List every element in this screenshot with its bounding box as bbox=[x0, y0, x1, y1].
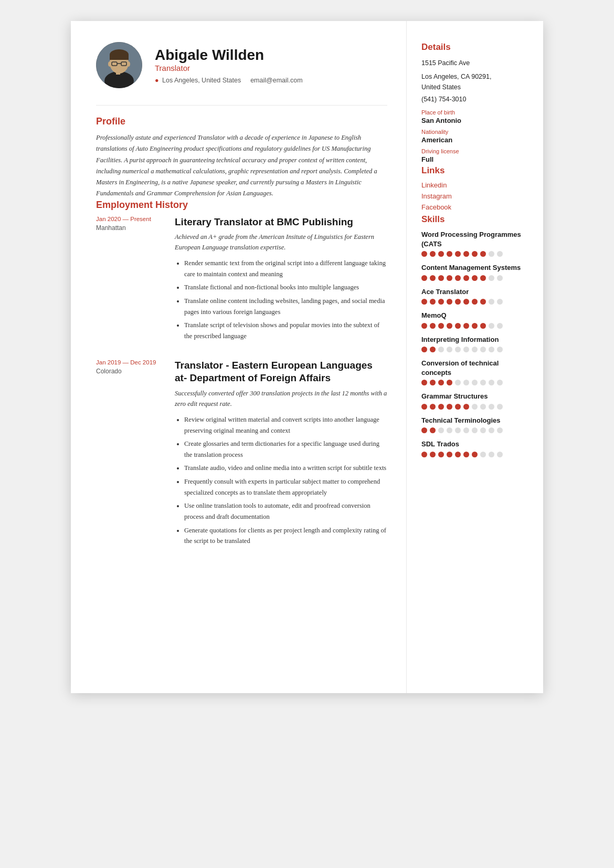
nationality-value: American bbox=[421, 136, 528, 144]
dot-filled bbox=[438, 251, 444, 257]
dot-filled bbox=[472, 299, 478, 305]
bullet-item: Translate fictional and non-fictional bo… bbox=[184, 282, 387, 293]
skill-item-7: Technical Terminologies bbox=[421, 416, 528, 434]
header-divider bbox=[96, 105, 387, 106]
bullet-item: Translate audio, video and online media … bbox=[184, 463, 387, 474]
dot-empty bbox=[472, 347, 478, 352]
dot-empty bbox=[497, 251, 503, 257]
skills-list: Word Processing Programmes (CATSContent … bbox=[421, 230, 528, 457]
dot-filled bbox=[421, 299, 427, 305]
dot-empty bbox=[472, 404, 478, 410]
dot-filled bbox=[438, 380, 444, 385]
employment-entry-2: Jan 2019 — Dec 2019 Colorado Translator … bbox=[96, 359, 387, 549]
employment-dates-2: Jan 2019 — Dec 2019 bbox=[96, 359, 164, 365]
link-instagram[interactable]: Instagram bbox=[421, 192, 528, 200]
dot-filled bbox=[447, 380, 452, 385]
svg-point-10 bbox=[127, 61, 130, 67]
dot-empty bbox=[480, 380, 486, 385]
skill-name-1: Content Management Systems bbox=[421, 263, 528, 273]
dot-empty bbox=[489, 275, 494, 281]
skill-dots-1 bbox=[421, 275, 528, 281]
employment-meta-1: Jan 2020 — Present Manhattan bbox=[96, 216, 164, 344]
dot-empty bbox=[497, 404, 503, 410]
skill-item-5: Conversion of technical concepts bbox=[421, 359, 528, 385]
driving-license-label: Driving license bbox=[421, 148, 528, 154]
dot-filled bbox=[421, 404, 427, 410]
dot-empty bbox=[438, 427, 444, 433]
dot-filled bbox=[421, 427, 427, 433]
bullet-item: Generate quotations for clients as per p… bbox=[184, 525, 387, 547]
dot-filled bbox=[480, 323, 486, 329]
employment-location-2: Colorado bbox=[96, 368, 164, 375]
bullet-item: Frequently consult with experts in parti… bbox=[184, 476, 387, 498]
dot-filled bbox=[421, 275, 427, 281]
dot-empty bbox=[489, 251, 494, 257]
dot-filled bbox=[430, 275, 436, 281]
dot-filled bbox=[463, 452, 469, 457]
dot-empty bbox=[463, 347, 469, 352]
place-of-birth-value: San Antonio bbox=[421, 117, 528, 124]
dot-filled bbox=[447, 275, 452, 281]
skill-name-0: Word Processing Programmes (CATS bbox=[421, 230, 528, 248]
dot-empty bbox=[497, 427, 503, 433]
dot-filled bbox=[463, 275, 469, 281]
dot-filled bbox=[480, 299, 486, 305]
dot-filled bbox=[447, 323, 452, 329]
bullet-item: Translate script of television shows and… bbox=[184, 320, 387, 341]
employment-content-2: Translator - Eastern European Languages … bbox=[175, 359, 387, 549]
dot-empty bbox=[438, 347, 444, 352]
dot-filled bbox=[463, 251, 469, 257]
dot-empty bbox=[472, 380, 478, 385]
bullet-item: Use online translation tools to automate… bbox=[184, 500, 387, 522]
skill-item-2: Ace Translator bbox=[421, 287, 528, 305]
dot-empty bbox=[489, 380, 494, 385]
skill-dots-2 bbox=[421, 299, 528, 305]
dot-filled bbox=[480, 275, 486, 281]
bullet-item: Review original written material and con… bbox=[184, 414, 387, 436]
dot-empty bbox=[497, 347, 503, 352]
bullet-item: Create glossaries and term dictionaries … bbox=[184, 438, 387, 460]
skills-title: Skills bbox=[421, 214, 528, 225]
dot-empty bbox=[497, 275, 503, 281]
dot-filled bbox=[421, 347, 427, 352]
skill-item-1: Content Management Systems bbox=[421, 263, 528, 281]
skill-dots-3 bbox=[421, 323, 528, 329]
skill-item-8: SDL Trados bbox=[421, 440, 528, 457]
bullet-item: Translate online content including websi… bbox=[184, 296, 387, 317]
dot-filled bbox=[472, 251, 478, 257]
dot-filled bbox=[430, 347, 436, 352]
skill-name-4: Interpreting Information bbox=[421, 335, 528, 344]
link-facebook[interactable]: Facebook bbox=[421, 203, 528, 211]
dot-filled bbox=[455, 251, 461, 257]
dot-filled bbox=[421, 251, 427, 257]
skill-item-4: Interpreting Information bbox=[421, 335, 528, 353]
dot-filled bbox=[421, 380, 427, 385]
svg-rect-5 bbox=[110, 55, 129, 60]
dot-filled bbox=[430, 299, 436, 305]
header-title: Translator bbox=[155, 64, 303, 72]
skill-item-3: MemoQ bbox=[421, 311, 528, 329]
dot-filled bbox=[430, 323, 436, 329]
nationality-label: Nationality bbox=[421, 129, 528, 135]
skill-dots-5 bbox=[421, 380, 528, 385]
left-column: Abigale Willden Translator ● Los Angeles… bbox=[71, 21, 407, 693]
dot-empty bbox=[480, 452, 486, 457]
header-info: Abigale Willden Translator ● Los Angeles… bbox=[155, 47, 303, 84]
dot-empty bbox=[489, 404, 494, 410]
link-linkedin[interactable]: Linkedin bbox=[421, 181, 528, 189]
dot-empty bbox=[463, 380, 469, 385]
dot-filled bbox=[438, 275, 444, 281]
employment-bullets-2: Review original written material and con… bbox=[175, 414, 387, 547]
employment-meta-2: Jan 2019 — Dec 2019 Colorado bbox=[96, 359, 164, 549]
employment-bullets-1: Render semantic text from the original s… bbox=[175, 258, 387, 341]
dot-filled bbox=[455, 299, 461, 305]
employment-content-1: Literary Translator at BMC Publishing Ac… bbox=[175, 216, 387, 344]
details-address2: Los Angeles, CA 90291, United States bbox=[421, 71, 528, 92]
dot-filled bbox=[455, 275, 461, 281]
dot-empty bbox=[463, 427, 469, 433]
details-address1: 1515 Pacific Ave bbox=[421, 58, 528, 68]
dot-empty bbox=[489, 299, 494, 305]
skill-dots-0 bbox=[421, 251, 528, 257]
driving-license-value: Full bbox=[421, 155, 528, 163]
location-icon: ● bbox=[155, 77, 159, 84]
